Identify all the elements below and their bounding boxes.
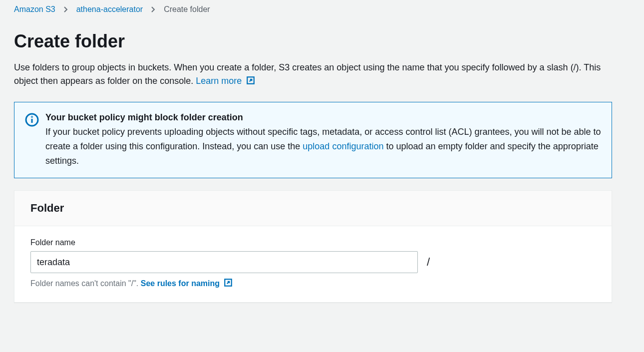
folder-slash-suffix: / [427, 256, 430, 269]
folder-panel-heading: Folder [30, 202, 596, 215]
breadcrumb-link-bucket[interactable]: athena-accelerator [76, 5, 143, 14]
info-alert-title: Your bucket policy might block folder cr… [45, 112, 602, 123]
external-link-icon [246, 75, 255, 89]
page-title: Create folder [14, 31, 630, 52]
external-link-icon [224, 278, 233, 289]
folder-name-hint: Folder names can't contain "/". See rule… [30, 278, 596, 289]
folder-name-hint-text: Folder names can't contain "/". [30, 279, 141, 288]
info-alert-body: If your bucket policy prevents uploading… [45, 125, 602, 168]
breadcrumb-link-root[interactable]: Amazon S3 [14, 5, 55, 14]
chevron-right-icon [63, 6, 68, 13]
folder-name-label: Folder name [30, 238, 596, 247]
folder-name-row: / [30, 251, 596, 273]
upload-configuration-link[interactable]: upload configuration [303, 141, 383, 151]
folder-name-input[interactable] [30, 251, 418, 273]
page-description-text: Use folders to group objects in buckets.… [14, 62, 601, 86]
learn-more-label: Learn more [196, 76, 242, 86]
see-rules-link[interactable]: See rules for naming [141, 279, 233, 288]
folder-panel-body: Folder name / Folder names can't contain… [14, 226, 612, 302]
learn-more-link[interactable]: Learn more [196, 76, 255, 86]
breadcrumb-current: Create folder [164, 5, 210, 14]
svg-point-3 [32, 117, 32, 117]
info-icon [24, 112, 39, 129]
info-alert: Your bucket policy might block folder cr… [14, 102, 612, 178]
chevron-right-icon [151, 6, 156, 13]
page-description: Use folders to group objects in buckets.… [14, 61, 603, 89]
folder-panel: Folder Folder name / Folder names can't … [14, 190, 612, 303]
breadcrumb: Amazon S3 athena-accelerator Create fold… [14, 5, 630, 14]
see-rules-label: See rules for naming [141, 279, 220, 288]
folder-panel-header: Folder [14, 191, 612, 226]
